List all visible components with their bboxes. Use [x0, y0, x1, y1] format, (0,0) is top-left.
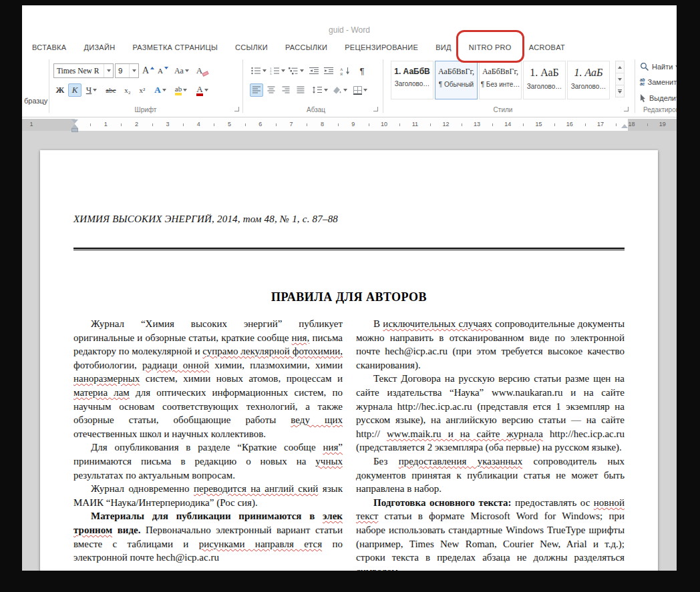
paragraph-group-label: Абзац	[249, 106, 383, 113]
text-run: систем, химии новых атомов, процессам и	[140, 373, 343, 384]
tab-nitro-pro[interactable]: NITRO PRO	[460, 39, 520, 57]
ruler-number: 12	[443, 121, 450, 127]
bullet-list-button[interactable]	[250, 64, 267, 77]
document-page[interactable]: ХИМИЯ ВЫСОКИХ ЭНЕРГИЙ, 2014, том 48, № 1…	[40, 150, 658, 571]
borders-button[interactable]	[351, 83, 369, 97]
font-size-dropdown[interactable]	[129, 64, 138, 77]
strikethrough-button[interactable]: abc	[102, 83, 120, 97]
find-button[interactable]: Найти	[640, 60, 677, 73]
numbered-list-button[interactable]: 1.2.3.	[269, 64, 286, 77]
style-card[interactable]: АаБбВвГг,¶ Без инте…	[479, 61, 522, 99]
replace-button[interactable]: ab ac Заменить	[640, 75, 677, 89]
paragraph-marks-button[interactable]: ¶	[355, 64, 369, 77]
style-card[interactable]: 1. АаБЗаголово…	[567, 61, 610, 99]
title-bar[interactable]: guid - Word	[22, 5, 677, 39]
text-run: Журнал одновременно	[91, 483, 194, 494]
paragraph: Текст Договора на русскую версию статьи …	[356, 372, 625, 455]
paragraph-dialog-launcher[interactable]	[373, 107, 378, 111]
tab-ссылки[interactable]: ССЫЛКИ	[226, 39, 277, 57]
justify-button[interactable]	[294, 83, 307, 97]
tab-вид[interactable]: ВИД	[427, 39, 460, 57]
text-run: принимаются письма в редакцию о новых на	[73, 456, 315, 467]
align-left-button[interactable]	[250, 83, 263, 97]
align-right-button[interactable]	[279, 83, 293, 97]
tab-рецензирование[interactable]: РЕЦЕНЗИРОВАНИЕ	[336, 39, 427, 57]
shrink-font-button[interactable]: А	[156, 64, 170, 77]
chevron-down-icon	[93, 89, 97, 91]
down-arrow-icon	[164, 67, 168, 69]
font-color-glyph: А	[196, 85, 202, 96]
italic-button[interactable]: К	[68, 83, 81, 97]
text-run: фотобиологии,	[73, 360, 142, 370]
align-center-button[interactable]	[265, 83, 278, 97]
ruler-tick	[554, 123, 555, 126]
ribbon-tabs: ВСТАВКАДИЗАЙНРАЗМЕТКА СТРАНИЦЫССЫЛКИРАСС…	[23, 39, 677, 57]
styles-scroll-up-button[interactable]	[615, 61, 625, 73]
superscript-button[interactable]: x²	[136, 83, 149, 97]
change-case-button[interactable]: Аа	[172, 64, 191, 77]
style-card[interactable]: 1. АаБЗаголово…	[523, 61, 566, 99]
svg-text:3.: 3.	[270, 72, 272, 75]
ruler-tick	[647, 123, 648, 126]
align-center-icon	[267, 86, 276, 94]
tab-дизайн[interactable]: ДИЗАЙН	[75, 39, 124, 57]
subscript-glyph: x₂	[124, 86, 130, 94]
spellcheck-flagged-text: ния”	[323, 442, 343, 453]
ruler[interactable]: 112345678910111213141516171819	[22, 119, 677, 131]
bold-button[interactable]: Ж	[53, 83, 67, 97]
ruler-number: 11	[412, 121, 418, 127]
group-separator	[635, 59, 635, 113]
chevron-up-icon	[618, 66, 622, 69]
multilevel-list-button[interactable]	[287, 64, 305, 77]
grow-font-button[interactable]: А	[142, 64, 155, 77]
style-card[interactable]: 1. АаБбВЗаголово…	[391, 61, 433, 99]
underline-button[interactable]: Ч	[83, 83, 100, 97]
right-indent-marker[interactable]	[621, 124, 628, 128]
line-spacing-button[interactable]	[311, 83, 329, 97]
subscript-button[interactable]: x₂	[121, 83, 134, 97]
text-effects-button[interactable]: А	[152, 83, 169, 97]
style-label: Заголово…	[571, 83, 606, 90]
first-line-indent-marker[interactable]	[71, 119, 78, 123]
text-highlight-button[interactable]: ab	[172, 83, 190, 97]
increase-indent-button[interactable]	[322, 64, 335, 77]
window-title: guid - Word	[22, 25, 677, 35]
chevron-down-icon	[300, 69, 304, 72]
ruler-tick	[276, 123, 277, 126]
select-button[interactable]: Выделить	[640, 91, 677, 105]
tab-разметка-страницы[interactable]: РАЗМЕТКА СТРАНИЦЫ	[124, 39, 226, 57]
paragraph: Журнал одновременно переводится на англи…	[73, 482, 343, 509]
tab-acrobat[interactable]: ACROBAT	[520, 39, 574, 57]
group-separator	[49, 59, 49, 113]
paragraph: Для опубликования в разделе “Краткие соо…	[73, 440, 343, 482]
right-column: В исключительных случаях сопроводительны…	[356, 317, 625, 571]
clear-formatting-button[interactable]: А	[194, 64, 211, 77]
styles-more-button[interactable]	[615, 85, 625, 97]
format-painter-label-fragment[interactable]: бразцу	[24, 97, 47, 105]
sort-button[interactable]: АЯ	[338, 64, 353, 77]
font-color-button[interactable]: А	[193, 83, 212, 97]
font-name-dropdown[interactable]	[104, 64, 113, 77]
styles-dialog-launcher[interactable]	[624, 107, 629, 111]
ruler-tick	[369, 123, 369, 126]
styles-scroll-down-button[interactable]	[615, 73, 625, 85]
style-preview: АаБбВвГг,	[482, 67, 518, 77]
bullet-list-icon	[251, 67, 261, 75]
shading-button[interactable]	[331, 83, 349, 97]
align-left-icon	[252, 86, 261, 94]
line-spacing-icon	[312, 86, 323, 94]
font-name-combo[interactable]: Times New R	[53, 63, 114, 78]
text-run: результатах по актуальным вопросам.	[73, 470, 235, 481]
ruler-number: 15	[535, 121, 542, 127]
chevron-down-icon	[675, 65, 677, 68]
decrease-indent-button[interactable]	[307, 64, 321, 77]
tab-вставка[interactable]: ВСТАВКА	[23, 39, 75, 57]
tab-рассылки[interactable]: РАССЫЛКИ	[277, 39, 336, 57]
style-card[interactable]: АаБбВвГг,¶ Обычный	[435, 61, 478, 99]
group-separator	[242, 59, 243, 113]
font-size-combo[interactable]: 9	[115, 63, 139, 78]
shrink-font-glyph: А	[158, 67, 163, 75]
ruler-tick	[585, 123, 586, 126]
left-indent-marker[interactable]	[71, 128, 78, 132]
font-dialog-launcher[interactable]	[234, 107, 239, 111]
